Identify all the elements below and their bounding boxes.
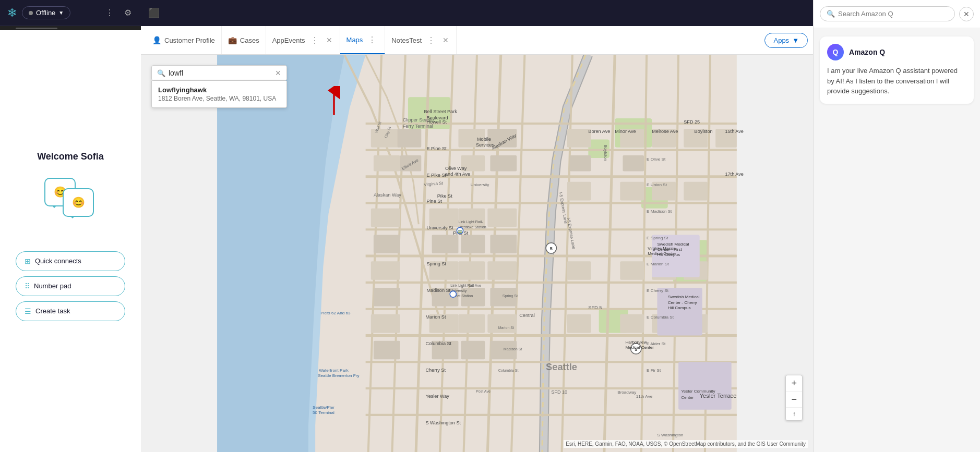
main-content: ⬛ 👤 Customer Profile 💼 Cases AppEvents ⋮… [141,0,813,452]
svg-rect-61 [458,314,485,333]
svg-rect-57 [371,314,400,333]
svg-text:University: University [471,182,490,187]
zoom-in-button[interactable]: + [786,375,802,392]
apps-label: Apps [773,36,789,44]
zoom-reset-button[interactable]: ↑ [786,408,802,420]
map-search: 🔍 ✕ Lowflyinghawk 1812 Boren Ave, Seattl… [151,65,287,108]
svg-text:Mobile: Mobile [477,137,491,142]
top-bar: ⬛ [141,0,813,26]
welcome-message: Welcome Sofia [37,151,104,162]
sidebar-header: ❄ Offline ▼ ⋮ ⚙ [0,0,141,26]
svg-rect-86 [678,362,732,409]
status-dot [29,11,33,15]
svg-text:Spring St: Spring St [503,294,518,298]
svg-text:Boylston: Boylston [695,129,713,134]
appevents-close-button[interactable]: ✕ [325,35,333,45]
svg-text:Yesler Community: Yesler Community [681,389,715,394]
notestest-close-button[interactable]: ✕ [441,35,450,45]
svg-text:Marion St: Marion St [425,314,446,320]
svg-text:E Marion St: E Marion St [647,262,669,266]
number-pad-button[interactable]: ⠿ Number pad [16,276,125,296]
create-task-button[interactable]: ☰ Create task [16,301,125,321]
create-task-icon: ☰ [25,307,31,315]
svg-rect-53 [458,261,485,280]
svg-text:Swedish Medical: Swedish Medical [668,295,700,299]
maps-more-button[interactable]: ⋮ [366,34,378,46]
svg-text:Boylston: Boylston [603,145,608,161]
svg-text:🚃: 🚃 [458,229,462,234]
svg-text:Medical Center: Medical Center [625,345,654,350]
tab-cases[interactable]: 💼 Cases [222,26,266,54]
svg-rect-80 [567,314,591,333]
scrollbar-track[interactable] [16,28,57,29]
svg-text:E Olive St: E Olive St [647,157,666,162]
svg-text:University St: University St [426,225,453,230]
svg-text:1st Ave: 1st Ave [469,284,481,288]
chat-bubble-2: 😊 [63,188,94,217]
tab-customer-profile[interactable]: 👤 Customer Profile [146,26,222,54]
appevents-more-button[interactable]: ⋮ [308,34,321,46]
svg-point-177 [450,291,456,297]
svg-rect-46 [461,235,485,253]
face-icon-2: 😊 [72,196,85,209]
svg-text:Boren Ave: Boren Ave [588,129,610,134]
svg-text:11th Ave: 11th Ave [636,394,653,399]
svg-text:Center - Cherry: Center - Cherry [668,300,698,305]
svg-text:SFD 25: SFD 25 [684,119,700,125]
chat-illustration: 😊 😊 [44,178,97,219]
svg-text:Madison St: Madison St [504,347,522,351]
svg-text:Center: Center [681,395,694,400]
map-container: 5 5 Clipper Seattle Ferry Terminal Alask… [141,55,813,452]
svg-rect-75 [684,182,708,201]
status-button[interactable]: Offline ▼ [22,6,70,19]
svg-rect-73 [620,182,644,201]
svg-text:E Cherry St: E Cherry St [647,288,669,293]
amazon-q-search-input[interactable] [838,10,948,18]
svg-text:50 Terminal: 50 Terminal [313,410,334,415]
svg-rect-77 [620,261,644,280]
svg-text:SFD 5: SFD 5 [588,305,602,310]
svg-text:Columbia St: Columbia St [425,341,451,346]
amazon-q-avatar: Q [827,44,844,60]
svg-rect-44 [432,235,459,253]
search-dropdown: Lowflyinghawk 1812 Boren Ave, Seattle, W… [151,81,287,108]
settings-button[interactable]: ⚙ [122,6,134,20]
tabs-bar: 👤 Customer Profile 💼 Cases AppEvents ⋮ ✕… [141,26,813,55]
tab-appevents[interactable]: AppEvents ⋮ ✕ [266,26,340,54]
sidebar-buttons: ⊞ Quick connects ⠿ Number pad ☰ Create t… [10,251,130,332]
svg-text:Melrose Ave: Melrose Ave [652,129,678,134]
svg-text:Center - First: Center - First [657,247,682,252]
map-search-input[interactable] [169,69,275,77]
map-zoom-controls: + − ↑ [785,375,803,421]
apps-button[interactable]: Apps ▼ [764,33,808,48]
person-icon: 👤 [152,36,161,44]
tab-notestest[interactable]: NotesTest ⋮ ✕ [385,26,457,54]
tab-label-cases: Cases [240,36,259,44]
result-address: 1812 Boren Ave, Seattle, WA, 98101, USA [158,95,280,102]
search-result-item[interactable]: Lowflyinghawk 1812 Boren Ave, Seattle, W… [152,81,286,107]
search-icon: 🔍 [157,69,165,77]
svg-text:Swedish Medical: Swedish Medical [657,242,689,247]
tab-maps[interactable]: Maps ⋮ [340,26,386,54]
notestest-more-button[interactable]: ⋮ [425,34,437,46]
svg-rect-65 [567,129,591,148]
svg-rect-43 [429,209,459,227]
svg-rect-81 [620,314,644,333]
search-clear-button[interactable]: ✕ [275,69,281,77]
map-background[interactable]: 5 5 Clipper Seattle Ferry Terminal Alask… [141,55,813,452]
svg-rect-48 [490,235,517,253]
svg-text:Marion St: Marion St [498,326,514,330]
more-options-button[interactable]: ⋮ [103,6,116,20]
number-pad-label: Number pad [34,282,71,290]
svg-text:Howell St: Howell St [426,119,447,125]
quick-connects-button[interactable]: ⊞ Quick connects [16,251,125,271]
chevron-down-icon: ▼ [58,10,64,16]
svg-text:Olive Way: Olive Way [445,166,467,171]
svg-text:E Union St: E Union St [647,182,667,187]
zoom-out-button[interactable]: − [786,392,802,408]
amazon-q-header: Q Amazon Q [827,44,966,60]
result-title: Lowflyinghawk [158,86,280,94]
svg-text:Hill Campus: Hill Campus [668,306,691,310]
panel-close-button[interactable]: ✕ [959,7,974,21]
amazon-q-message: I am your live Amazon Q assistant powere… [827,66,966,96]
